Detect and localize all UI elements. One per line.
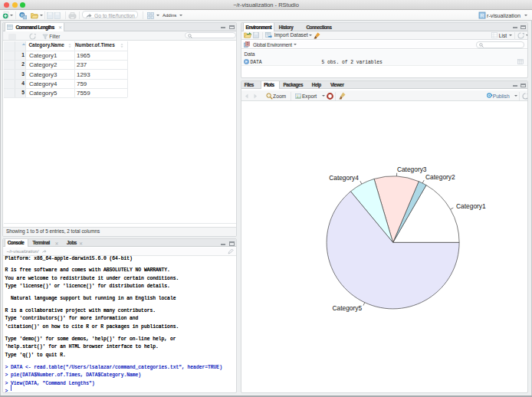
svg-text:Category2: Category2	[425, 173, 455, 181]
svg-text:Category3: Category3	[397, 166, 427, 173]
svg-text:Category5: Category5	[332, 304, 362, 312]
svg-text:Category1: Category1	[456, 202, 486, 210]
svg-text:Category4: Category4	[329, 174, 359, 182]
